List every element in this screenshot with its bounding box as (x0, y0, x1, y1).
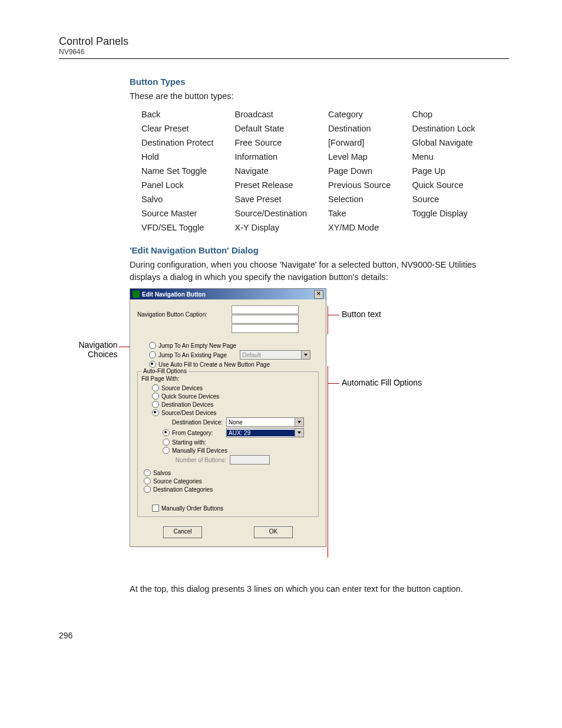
label-from-category: From Category: (172, 430, 226, 436)
fill-page-label: Fill Page With: (141, 375, 315, 382)
radio-quick-source[interactable] (152, 393, 159, 400)
num-buttons-input[interactable] (230, 455, 270, 465)
radio-source-categories[interactable] (144, 477, 151, 485)
annotation-line (328, 306, 328, 334)
section-button-types-title: Button Types (130, 77, 509, 87)
header-rule (59, 58, 509, 59)
chevron-down-icon (295, 429, 303, 437)
label-source-dest: Source/Dest Devices (161, 410, 216, 416)
label-dest-categories: Destination Categories (153, 486, 213, 493)
dest-device-label: Destination Device: (163, 419, 226, 426)
annotation-line (328, 383, 339, 384)
dialog-titlebar: Edit Navigation Button ✕ (130, 289, 326, 299)
radio-dest-categories[interactable] (144, 486, 151, 493)
label-source-devices: Source Devices (161, 385, 203, 391)
label-salvos: Salvos (153, 470, 171, 476)
label-source-categories: Source Categories (153, 478, 202, 485)
button-types-intro: These are the button types: (130, 90, 509, 103)
radio-manual-fill[interactable] (163, 447, 170, 454)
close-icon[interactable]: ✕ (314, 290, 323, 299)
label-jump-existing: Jump To An Existing Page (158, 352, 240, 358)
section-edit-nav-title: 'Edit Navigation Button' Dialog (130, 245, 509, 255)
label-dest-devices: Destination Devices (161, 401, 213, 408)
cancel-button[interactable]: Cancel (163, 526, 202, 538)
dialog-title: Edit Navigation Button (142, 291, 314, 298)
label-manual-fill: Manually Fill Devices (172, 447, 227, 454)
app-icon (133, 291, 140, 298)
radio-from-category[interactable] (163, 429, 170, 436)
label-manual-order: Manually Order Buttons (161, 505, 223, 512)
annotation-nav-choices: Navigation Choices (74, 340, 118, 359)
label-quick-source: Quick Source Devices (161, 393, 219, 400)
annotation-button-text: Button text (342, 309, 381, 319)
radio-auto-fill[interactable] (149, 361, 156, 368)
group-title: Auto-Fill Options (141, 368, 189, 374)
header-title: Control Panels (59, 35, 509, 48)
caption-line-1[interactable] (232, 305, 299, 314)
checkbox-manual-order[interactable] (152, 505, 159, 512)
radio-dest-devices[interactable] (152, 401, 159, 408)
edit-nav-after-text: At the top, this dialog presents 3 lines… (130, 583, 509, 595)
radio-jump-existing[interactable] (149, 351, 156, 358)
radio-jump-empty[interactable] (149, 342, 156, 349)
radio-source-devices[interactable] (152, 384, 159, 391)
caption-line-2[interactable] (232, 315, 299, 324)
button-types-table: BackBroadcastCategoryChop Clear PresetDe… (141, 107, 497, 235)
label-auto-fill: Use Auto Fill to Create a New Button Pag… (158, 361, 270, 368)
label-jump-empty: Jump To An Empty New Page (158, 342, 236, 349)
annotation-auto-fill: Automatic Fill Options (342, 378, 422, 387)
chevron-down-icon (295, 418, 303, 426)
num-buttons-label: Number of Buttons: (163, 457, 230, 463)
edit-navigation-dialog: Edit Navigation Button ✕ Navigation Butt… (130, 288, 326, 547)
auto-fill-group: Auto-Fill Options Fill Page With: Source… (137, 371, 319, 517)
page-number: 296 (59, 631, 509, 640)
dest-device-select[interactable]: None (226, 417, 304, 427)
radio-salvos[interactable] (144, 469, 151, 476)
header-subtitle: NV9646 (59, 48, 509, 56)
caption-label: Navigation Button Caption: (137, 305, 232, 318)
label-starting-with: Starting with: (172, 439, 206, 446)
annotation-line (328, 315, 339, 315)
category-select[interactable]: AUX: 29 (226, 428, 304, 437)
radio-starting-with[interactable] (163, 439, 170, 446)
existing-page-select[interactable]: Default (240, 350, 310, 360)
caption-line-3[interactable] (232, 324, 299, 333)
chevron-down-icon (301, 351, 310, 359)
radio-source-dest[interactable] (152, 409, 159, 416)
edit-nav-intro: During configuration, when you choose 'N… (130, 259, 509, 284)
ok-button[interactable]: OK (254, 526, 293, 538)
annotation-line (328, 366, 328, 558)
